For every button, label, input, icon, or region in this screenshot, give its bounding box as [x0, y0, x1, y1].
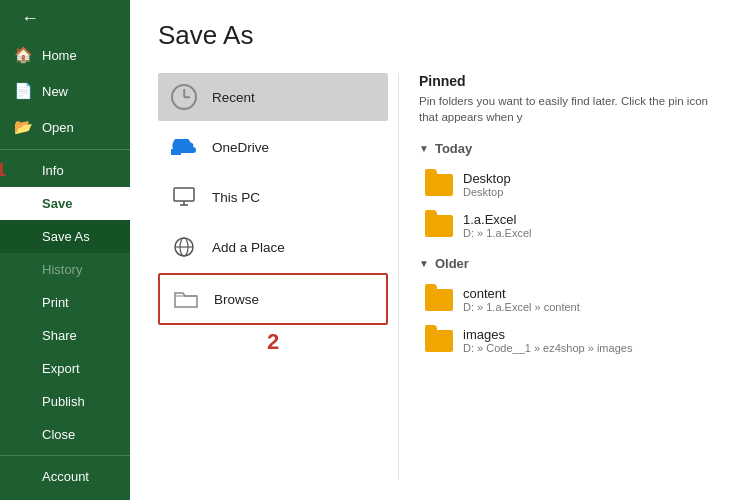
- sidebar-item-new[interactable]: 📄 New: [0, 73, 130, 109]
- location-thispc[interactable]: This PC: [158, 173, 388, 221]
- folder-images[interactable]: images D: » Code__1 » ez4shop » images: [419, 322, 722, 359]
- folder-images-text: images D: » Code__1 » ez4shop » images: [463, 327, 632, 354]
- sidebar-item-print[interactable]: Print: [0, 286, 130, 319]
- location-addplace[interactable]: Add a Place: [158, 223, 388, 271]
- divider-1: [0, 149, 130, 150]
- folder-content[interactable]: content D: » 1.a.Excel » content: [419, 281, 722, 318]
- section-today-header: ▼ Today: [419, 141, 722, 156]
- new-icon: 📄: [14, 82, 32, 100]
- folder-excel-text: 1.a.Excel D: » 1.a.Excel: [463, 212, 531, 239]
- sidebar-item-saveas[interactable]: Save As: [0, 220, 130, 253]
- home-icon: 🏠: [14, 46, 32, 64]
- svg-rect-0: [174, 188, 194, 201]
- sidebar-item-save[interactable]: Save: [0, 187, 130, 220]
- older-arrow-icon: ▼: [419, 258, 429, 269]
- page-title: Save As: [158, 20, 722, 51]
- location-browse[interactable]: Browse 2: [158, 273, 388, 325]
- folder-desktop[interactable]: Desktop Desktop: [419, 166, 722, 203]
- sidebar-item-close[interactable]: Close: [0, 418, 130, 451]
- sidebar-nav: 🏠 Home 📄 New 📂 Open 1 Info Save Save As: [0, 37, 130, 500]
- folder-images-icon: [425, 330, 453, 352]
- step1-label: 1: [0, 160, 6, 181]
- pinned-title: Pinned: [419, 73, 722, 89]
- open-icon: 📂: [14, 118, 32, 136]
- sidebar-item-open[interactable]: 📂 Open: [0, 109, 130, 145]
- folder-content-icon: [425, 289, 453, 311]
- sidebar-item-info[interactable]: Info: [0, 154, 130, 187]
- sidebar-item-share[interactable]: Share: [0, 319, 130, 352]
- folder-content-text: content D: » 1.a.Excel » content: [463, 286, 580, 313]
- location-recent[interactable]: Recent: [158, 73, 388, 121]
- onedrive-icon: [170, 133, 198, 161]
- sidebar-item-more[interactable]: More...: [0, 493, 130, 500]
- back-button[interactable]: ←: [10, 8, 50, 29]
- section-older-header: ▼ Older: [419, 256, 722, 271]
- sidebar-item-history[interactable]: History: [0, 253, 130, 286]
- sidebar-item-account[interactable]: Account: [0, 460, 130, 493]
- today-arrow-icon: ▼: [419, 143, 429, 154]
- pinned-desc: Pin folders you want to easily find late…: [419, 93, 722, 125]
- folder-excel[interactable]: 1.a.Excel D: » 1.a.Excel: [419, 207, 722, 244]
- folder-excel-icon: [425, 215, 453, 237]
- browse-folder-icon: [172, 285, 200, 313]
- recent-icon: [170, 83, 198, 111]
- location-list: Recent OneDrive This P: [158, 73, 398, 480]
- pinned-panel: Pinned Pin folders you want to easily fi…: [398, 73, 722, 480]
- location-onedrive[interactable]: OneDrive: [158, 123, 388, 171]
- folder-desktop-text: Desktop Desktop: [463, 171, 511, 198]
- sidebar-item-home[interactable]: 🏠 Home: [0, 37, 130, 73]
- divider-2: [0, 455, 130, 456]
- sidebar-item-publish[interactable]: Publish: [0, 385, 130, 418]
- content-area: Recent OneDrive This P: [158, 73, 722, 480]
- step2-label: 2: [267, 329, 279, 355]
- folder-desktop-icon: [425, 174, 453, 196]
- globe-icon: [170, 233, 198, 261]
- sidebar-item-export[interactable]: Export: [0, 352, 130, 385]
- pc-icon: [170, 183, 198, 211]
